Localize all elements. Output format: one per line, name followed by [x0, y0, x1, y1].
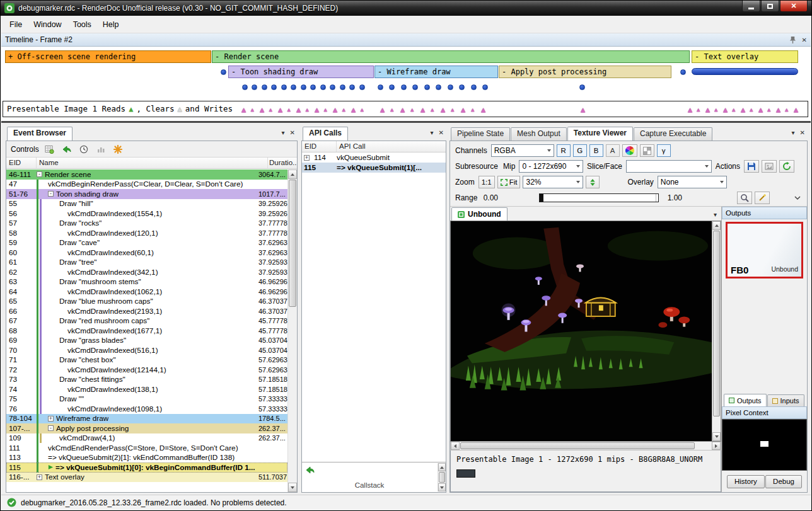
overlay-dropdown[interactable]: None	[658, 176, 727, 188]
autofit-range-button[interactable]	[755, 192, 770, 204]
write-event-marker[interactable]: ▲	[461, 104, 465, 115]
color-wheel-button[interactable]	[622, 144, 637, 157]
draw-event-dot[interactable]	[330, 84, 335, 90]
draw-event-dot[interactable]	[412, 84, 418, 90]
scroll-down-button[interactable]	[288, 483, 297, 492]
black-point-handle[interactable]	[540, 194, 543, 202]
tree-expander[interactable]: -	[48, 425, 54, 431]
event-row[interactable]: 66vkCmdDrawIndexed(2193,1)46.37037	[6, 306, 287, 316]
menu-item-file[interactable]: File	[4, 17, 28, 32]
event-row[interactable]: 70vkCmdDrawIndexed(516,1)45.03704	[6, 345, 287, 355]
write-event-marker[interactable]: ▲	[296, 104, 301, 115]
write-event-marker[interactable]: ▲	[351, 104, 356, 115]
event-row[interactable]: 57Draw "rocks"37.77778	[6, 219, 287, 229]
goto-source-icon[interactable]	[305, 466, 315, 476]
tab-mesh-output[interactable]: Mesh Output	[511, 127, 567, 141]
dock-close-icon[interactable]: ✕	[439, 129, 444, 136]
scroll-down-button[interactable]	[712, 432, 721, 441]
event-row[interactable]: 47vkCmdBeginRenderPass(C=Clear, D=Clear,…	[6, 180, 287, 190]
tree-expander[interactable]: +	[304, 155, 310, 161]
callstack-scrollbar[interactable]	[438, 463, 446, 491]
column-name[interactable]: Name	[37, 158, 268, 168]
draw-event-dot[interactable]	[448, 84, 453, 90]
scroll-up-button[interactable]	[712, 221, 721, 230]
open-image-button[interactable]	[762, 160, 777, 173]
write-event-marker[interactable]: ▲	[315, 104, 319, 115]
pixel-context-view[interactable]	[722, 419, 807, 471]
write-event-marker[interactable]: ▲	[471, 104, 474, 115]
write-event-marker[interactable]: ▲	[390, 104, 393, 115]
zoom-level-combo[interactable]: 32%	[523, 176, 583, 188]
write-event-marker[interactable]: ▲	[269, 104, 272, 115]
write-event-marker[interactable]: ▲	[750, 104, 753, 115]
event-row[interactable]: 62vkCmdDrawIndexed(342,1)37.92593	[6, 267, 287, 277]
sliceface-dropdown[interactable]	[626, 160, 712, 173]
draw-event-dot[interactable]	[252, 84, 257, 90]
draw-event-dot[interactable]	[459, 84, 465, 90]
draw-event-dot[interactable]	[291, 84, 296, 90]
draw-event-dot[interactable]	[482, 84, 488, 90]
draw-event-dot[interactable]	[242, 84, 248, 90]
event-row[interactable]: 65Draw "blue mushroom caps"46.37037	[6, 297, 287, 307]
tab-outputs[interactable]: Outputs	[724, 394, 767, 406]
timeline-close-icon[interactable]: ✕	[802, 37, 807, 43]
tab-texture-viewer[interactable]: Texture Viewer	[567, 127, 633, 141]
event-row[interactable]: 51-76-Toon shading draw1017.7...	[6, 189, 287, 199]
draw-event-dot[interactable]	[221, 69, 226, 75]
draw-event-dot[interactable]	[378, 84, 383, 90]
red-channel-toggle[interactable]: R	[557, 144, 571, 157]
write-event-marker[interactable]: ▲	[741, 104, 745, 115]
write-event-marker[interactable]: ▲	[714, 104, 717, 115]
write-event-marker[interactable]: ▲	[241, 104, 246, 115]
write-event-marker[interactable]: ▲	[481, 104, 485, 115]
history-button[interactable]: History	[727, 475, 765, 488]
tab-event-browser[interactable]: Event Browser	[7, 127, 72, 141]
write-event-marker[interactable]: ▲	[342, 104, 345, 115]
write-event-marker[interactable]: ▲	[306, 104, 309, 115]
write-event-marker[interactable]: ▲	[333, 104, 337, 115]
write-event-marker[interactable]: ▲	[581, 104, 585, 115]
event-row[interactable]: 59Draw "cave"37.62963	[6, 238, 287, 248]
tree-expander[interactable]: -	[48, 191, 54, 197]
white-point-handle[interactable]	[656, 194, 658, 202]
event-row[interactable]: 111vkCmdEndRenderPass(C=Store, D=Store, …	[6, 443, 287, 453]
draw-event-dot[interactable]	[271, 84, 277, 90]
write-event-marker[interactable]: ▲	[767, 104, 770, 115]
dock-close-icon[interactable]: ✕	[290, 129, 295, 136]
tree-expander[interactable]: -	[37, 171, 42, 177]
scrollbar-thumb[interactable]	[713, 231, 720, 416]
write-event-marker[interactable]: ▲	[776, 104, 780, 115]
minimize-button[interactable]	[742, 1, 760, 12]
tree-expander[interactable]: +	[37, 474, 42, 480]
event-row[interactable]: 56vkCmdDrawIndexed(1554,1)39.25926	[6, 209, 287, 219]
event-row[interactable]: 46-111-Render scene3064.7...	[6, 169, 287, 180]
write-event-marker[interactable]: ▲	[697, 104, 700, 115]
event-row[interactable]: 74vkCmdDrawIndexed(138,1)57.18518	[6, 384, 287, 394]
timeline-marker-bar[interactable]: + Off-screen scene rendering	[5, 50, 211, 63]
dock-close-icon[interactable]: ✕	[800, 129, 805, 136]
event-row[interactable]: 71Draw "chest box"57.62963	[6, 355, 287, 365]
draw-event-dot[interactable]	[359, 84, 365, 90]
range-options-chevron[interactable]	[794, 195, 801, 200]
event-row[interactable]: 68vkCmdDrawIndexed(1677,1)45.77778	[6, 326, 287, 336]
draw-event-dot[interactable]	[579, 84, 585, 90]
tab-inputs[interactable]: Inputs	[767, 394, 804, 406]
write-event-marker[interactable]: ▲	[287, 104, 291, 115]
tab-api-calls[interactable]: API Calls	[303, 127, 348, 141]
write-event-marker[interactable]: ▲	[400, 104, 405, 115]
column-duration[interactable]: Duratio...	[268, 158, 297, 168]
save-texture-button[interactable]	[744, 160, 759, 173]
event-row[interactable]: 58vkCmdDrawIndexed(120,1)37.77778	[6, 228, 287, 238]
timeline-marker-bar[interactable]: - Toon shading draw	[228, 66, 374, 78]
scrollbar-thumb[interactable]	[460, 442, 695, 449]
event-row[interactable]: 63Draw "mushroom stems"46.96296	[6, 277, 287, 287]
event-row[interactable]: 55Draw "hill"39.25926	[6, 199, 287, 209]
write-event-marker[interactable]: ▲	[278, 104, 282, 115]
scroll-right-button[interactable]	[712, 442, 721, 450]
timeline-marker-bar[interactable]: - Render scene	[212, 50, 690, 63]
event-browser-scrollbar[interactable]	[287, 169, 297, 492]
blue-channel-toggle[interactable]: B	[589, 144, 603, 157]
flip-y-button[interactable]	[586, 176, 600, 188]
api-call-row[interactable]: +114vkQueueSubmit	[302, 152, 446, 163]
time-draws-button[interactable]	[44, 143, 56, 156]
